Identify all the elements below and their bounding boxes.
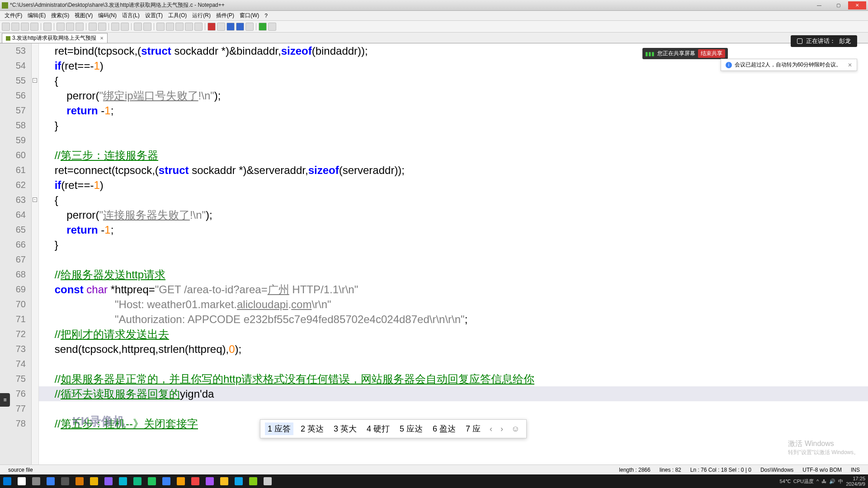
code-line[interactable] xyxy=(39,252,868,267)
fold-marker[interactable]: − xyxy=(33,78,37,83)
code-line[interactable] xyxy=(39,133,868,148)
app9-icon[interactable] xyxy=(174,474,188,488)
code-line[interactable]: } xyxy=(39,237,868,252)
new-icon[interactable] xyxy=(2,23,10,31)
tray-clock[interactable]: 17:25 2024/9/9 xyxy=(846,476,865,487)
open-icon[interactable] xyxy=(11,23,19,31)
record-icon[interactable] xyxy=(208,23,216,31)
playmulti-icon[interactable] xyxy=(236,23,244,31)
code-line[interactable]: //循环去读取服务器回复的yign'da xyxy=(39,386,868,401)
code-line[interactable]: //如果服务器是正常的，并且你写的http请求格式没有任何错误，网站服务器会自动… xyxy=(39,371,868,386)
ime-nav-icon[interactable]: ‹ xyxy=(488,424,494,434)
notepadpp-icon[interactable] xyxy=(246,474,260,488)
search-icon[interactable] xyxy=(14,474,29,488)
ime-candidate[interactable]: 5 应达 xyxy=(397,422,425,435)
menu-item[interactable]: ? xyxy=(262,13,270,19)
code-line[interactable] xyxy=(39,357,868,371)
file-tab[interactable]: 3.发送http请求获取网络上天气预报 ✕ xyxy=(2,33,108,43)
menu-item[interactable]: 语言(L) xyxy=(119,12,142,19)
code-line[interactable]: } xyxy=(39,118,868,133)
code-line[interactable]: { xyxy=(39,73,868,88)
code-line[interactable]: perror("绑定ip端口号失败了!\n"); xyxy=(39,88,868,103)
ime-nav-icon[interactable]: › xyxy=(499,424,505,434)
code-view[interactable]: ret=bind(tcpsock,(struct sockaddr *)&bin… xyxy=(39,43,868,465)
tray-chevron-icon[interactable]: ^ xyxy=(816,479,819,484)
menu-item[interactable]: 运行(R) xyxy=(189,12,213,19)
app10-icon[interactable] xyxy=(188,474,203,488)
menu-item[interactable]: 编码(N) xyxy=(95,12,119,19)
ime-candidate[interactable]: 4 硬打 xyxy=(364,422,392,435)
close-button[interactable]: ✕ xyxy=(848,1,866,9)
tray-network-icon[interactable]: 🖧 xyxy=(821,479,826,484)
save-icon[interactable] xyxy=(21,23,29,31)
copy-icon[interactable] xyxy=(66,23,74,31)
paste-icon[interactable] xyxy=(75,23,84,31)
play-icon[interactable] xyxy=(226,23,235,31)
indent-icon[interactable] xyxy=(175,23,184,31)
code-line[interactable] xyxy=(39,401,868,416)
ime-candidate[interactable]: 7 应 xyxy=(463,422,483,435)
allchars-icon[interactable] xyxy=(166,23,174,31)
ime-candidate[interactable]: 6 盈达 xyxy=(430,422,458,435)
zoomin-icon[interactable] xyxy=(134,23,142,31)
app3-icon[interactable] xyxy=(72,474,87,488)
start-button[interactable] xyxy=(0,474,14,488)
explorer-icon[interactable] xyxy=(87,474,101,488)
maximize-button[interactable]: ▢ xyxy=(829,1,847,9)
app11-icon[interactable] xyxy=(203,474,217,488)
system-tray[interactable]: 54℃ CPU温度 ^ 🖧 🔊 中 17:25 2024/9/9 xyxy=(777,476,868,487)
tab-close-icon[interactable]: ✕ xyxy=(100,36,104,41)
ime-candidate-bar[interactable]: 1 应答2 英达3 英大4 硬打5 应达6 盈达7 应‹›☺ xyxy=(260,419,527,438)
stop-icon[interactable] xyxy=(217,23,225,31)
chrome-icon[interactable] xyxy=(217,474,231,488)
taskview-icon[interactable] xyxy=(29,474,43,488)
end-share-button[interactable]: 结束共享 xyxy=(698,49,725,58)
code-line[interactable]: { xyxy=(39,192,868,207)
tray-volume-icon[interactable]: 🔊 xyxy=(829,479,835,484)
app4-icon[interactable] xyxy=(101,474,116,488)
app7-icon[interactable] xyxy=(145,474,159,488)
app6-icon[interactable] xyxy=(130,474,145,488)
code-line[interactable]: "Host: weather01.market.alicloudapi.com\… xyxy=(39,297,868,312)
menu-item[interactable]: 设置(T) xyxy=(142,12,165,19)
code-line[interactable]: //把刚才的请求发送出去 xyxy=(39,327,868,342)
funclist-icon[interactable] xyxy=(194,23,203,31)
app2-icon[interactable] xyxy=(58,474,72,488)
code-line[interactable]: //第三步：连接服务器 xyxy=(39,148,868,163)
redo-icon[interactable] xyxy=(98,23,106,31)
saveall-icon[interactable] xyxy=(30,23,38,31)
spellcheck-icon[interactable] xyxy=(259,23,267,31)
find-icon[interactable] xyxy=(111,23,119,31)
side-handle[interactable]: ≡ xyxy=(0,393,10,407)
code-line[interactable]: return -1; xyxy=(39,103,868,118)
menu-item[interactable]: 视图(V) xyxy=(72,12,95,19)
minimize-button[interactable]: — xyxy=(810,1,828,9)
app12-icon[interactable] xyxy=(231,474,246,488)
undo-icon[interactable] xyxy=(89,23,97,31)
code-line[interactable]: return -1; xyxy=(39,222,868,237)
folder-icon[interactable] xyxy=(185,23,193,31)
docmap-icon[interactable] xyxy=(268,23,276,31)
print-icon[interactable] xyxy=(43,23,52,31)
zoomout-icon[interactable] xyxy=(143,23,151,31)
app1-icon[interactable] xyxy=(43,474,58,488)
app8-icon[interactable] xyxy=(159,474,174,488)
code-line[interactable]: //给服务器发送http请求 xyxy=(39,267,868,282)
ime-nav-icon[interactable]: ☺ xyxy=(509,424,521,434)
code-line[interactable]: "Authorization: APPCODE e232bf55c7e94fed… xyxy=(39,312,868,327)
wrap-icon[interactable] xyxy=(156,23,165,31)
code-line[interactable]: const char *httpreq="GET /area-to-id?are… xyxy=(39,282,868,297)
code-line[interactable]: if(ret==-1) xyxy=(39,178,868,192)
menu-item[interactable]: 窗口(W) xyxy=(237,12,262,19)
ime-candidate[interactable]: 1 应答 xyxy=(265,422,293,435)
menu-item[interactable]: 搜索(S) xyxy=(48,12,72,19)
menu-item[interactable]: 文件(F) xyxy=(2,12,25,19)
code-line[interactable]: ret=connect(tcpsock,(struct sockaddr *)&… xyxy=(39,163,868,178)
menu-item[interactable]: 插件(P) xyxy=(213,12,237,19)
cut-icon[interactable] xyxy=(57,23,65,31)
menu-item[interactable]: 编辑(E) xyxy=(25,12,48,19)
code-line[interactable]: send(tcpsock,httpreq,strlen(httpreq),0); xyxy=(39,342,868,357)
ime-candidate[interactable]: 3 英大 xyxy=(331,422,359,435)
app5-icon[interactable] xyxy=(116,474,130,488)
tray-ime-icon[interactable]: 中 xyxy=(838,478,843,485)
